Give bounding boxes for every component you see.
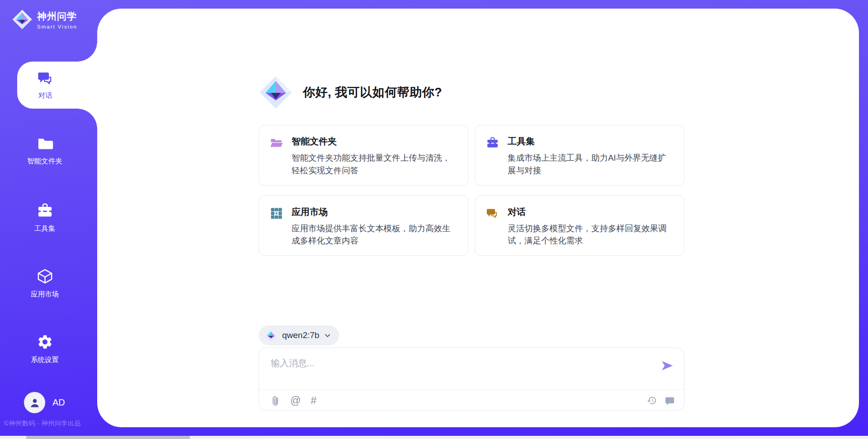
model-name: qwen2:7b xyxy=(282,330,319,340)
greeting-text: 你好, 我可以如何帮助你? xyxy=(303,84,442,100)
greeting: 你好, 我可以如何帮助你? xyxy=(259,75,442,110)
card-description: 灵活切换多模型文件，支持多样回复效果调试，满足个性化需求 xyxy=(508,222,672,248)
model-selector[interactable]: qwen2:7b xyxy=(259,325,339,345)
sidebar-item-system-settings[interactable]: 系统设置 xyxy=(0,334,90,365)
toolbox-icon xyxy=(37,202,53,221)
brand: 神州问学 Smart Vision xyxy=(12,9,77,30)
card-description: 智能文件夹功能支持批量文件上传与清洗，轻松实现文件问答 xyxy=(292,152,456,177)
mention-icon[interactable]: @ xyxy=(290,396,301,406)
brand-tagline: Smart Vision xyxy=(37,24,77,29)
composer-toolbar: @ # xyxy=(271,392,675,409)
model-logo-icon xyxy=(265,329,277,342)
app-window: 神州问学 Smart Vision 对话 智能文件夹 工具集 xyxy=(0,0,868,439)
card-title: 智能文件夹 xyxy=(292,135,456,148)
card-description: 应用市场提供丰富长文本模板，助力高效生成多样化文章内容 xyxy=(292,222,456,248)
card-title: 对话 xyxy=(508,206,672,218)
sidebar-item-smart-folder[interactable]: 智能文件夹 xyxy=(0,135,90,166)
composer-tools-right xyxy=(647,396,675,406)
horizontal-scrollbar[interactable] xyxy=(0,436,868,439)
avatar xyxy=(24,392,45,413)
toolbox-icon xyxy=(486,135,500,177)
card-body: 对话 灵活切换多模型文件，支持多样回复效果调试，满足个性化需求 xyxy=(508,206,672,248)
send-button[interactable] xyxy=(660,358,675,374)
card-body: 智能文件夹 智能文件夹功能支持批量文件上传与清洗，轻松实现文件问答 xyxy=(292,135,456,177)
sidebar-item-app-market[interactable]: 应用市场 xyxy=(0,268,90,299)
attach-icon[interactable] xyxy=(271,395,280,406)
folder-icon xyxy=(37,135,53,153)
sidebar-item-chat[interactable]: 对话 xyxy=(17,62,97,109)
brand-name: 神州问学 xyxy=(37,10,77,23)
sidebar-item-label: 工具集 xyxy=(34,224,56,234)
hashtag-icon[interactable]: # xyxy=(311,396,316,406)
card-smart-folder[interactable]: 智能文件夹 智能文件夹功能支持批量文件上传与清洗，轻松实现文件问答 xyxy=(259,125,468,186)
message-composer: @ # xyxy=(259,348,684,410)
user-profile[interactable]: AD xyxy=(24,392,65,413)
cube-icon xyxy=(37,268,53,286)
person-icon xyxy=(29,397,41,409)
sidebar-item-label: 智能文件夹 xyxy=(27,157,62,166)
card-chat[interactable]: 对话 灵活切换多模型文件，支持多样回复效果调试，满足个性化需求 xyxy=(475,196,684,256)
send-icon xyxy=(660,359,674,372)
card-description: 集成市场上主流工具，助力AI与外界无缝扩展与对接 xyxy=(508,152,672,177)
grid-icon xyxy=(270,206,284,248)
main-panel: 你好, 我可以如何帮助你? 智能文件夹 智能文件夹功能支持批量文件上传与清洗，轻… xyxy=(97,9,859,427)
scrollbar-thumb[interactable] xyxy=(26,436,190,439)
sidebar: 神州问学 Smart Vision 对话 智能文件夹 工具集 xyxy=(0,0,97,439)
assistant-logo-icon xyxy=(259,75,293,110)
card-title: 工具集 xyxy=(508,135,672,148)
history-icon[interactable] xyxy=(647,396,657,406)
comment-bubble-icon[interactable] xyxy=(665,396,675,406)
sidebar-item-toolset[interactable]: 工具集 xyxy=(0,202,90,234)
sidebar-item-label: 对话 xyxy=(38,91,52,100)
content-column: 你好, 我可以如何帮助你? 智能文件夹 智能文件夹功能支持批量文件上传与清洗，轻… xyxy=(259,9,684,427)
sidebar-item-label: 应用市场 xyxy=(31,290,59,299)
card-app-market[interactable]: 应用市场 应用市场提供丰富长文本模板，助力高效生成多样化文章内容 xyxy=(259,196,468,256)
chat-icon xyxy=(486,206,500,248)
chevron-down-icon xyxy=(324,332,331,339)
app-logo-icon xyxy=(12,9,33,30)
gear-icon xyxy=(37,334,53,352)
chat-icon xyxy=(37,70,54,89)
sidebar-item-label: 系统设置 xyxy=(31,355,59,365)
composer-divider xyxy=(259,389,684,390)
card-title: 应用市场 xyxy=(292,206,456,218)
brand-text: 神州问学 Smart Vision xyxy=(37,10,77,29)
card-body: 工具集 集成市场上主流工具，助力AI与外界无缝扩展与对接 xyxy=(508,135,672,177)
card-body: 应用市场 应用市场提供丰富长文本模板，助力高效生成多样化文章内容 xyxy=(292,206,456,248)
feature-cards: 智能文件夹 智能文件夹功能支持批量文件上传与清洗，轻松实现文件问答 工具集 集成… xyxy=(259,125,684,256)
folder-open-icon xyxy=(270,135,284,177)
card-toolset[interactable]: 工具集 集成市场上主流工具，助力AI与外界无缝扩展与对接 xyxy=(475,125,684,186)
copyright: ©神州数码 · 神州问学出品 xyxy=(4,420,81,428)
message-input[interactable] xyxy=(259,348,639,387)
composer-tools-left: @ # xyxy=(271,395,316,406)
user-initials: AD xyxy=(52,397,65,408)
